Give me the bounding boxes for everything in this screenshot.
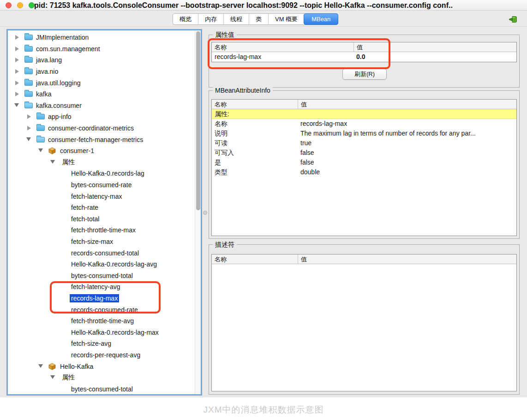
tree-item[interactable]: 属性 [7,157,195,168]
tree-item[interactable]: java.nio [7,66,195,77]
tree-item[interactable]: fetch-total [7,213,195,225]
tree-item[interactable]: fetch-rate [7,202,195,213]
tree-item-label[interactable]: bytes-consumed-rate [70,181,133,189]
tree-item-label[interactable]: fetch-throttle-time-avg [70,317,135,325]
tree-item[interactable]: bytes-consumed-total [7,383,195,395]
chevron-down-icon[interactable] [14,101,24,110]
tree-item[interactable]: consumer-1 [7,145,195,157]
chevron-right-icon[interactable] [14,79,24,87]
tree-item-label[interactable]: records-lag-max [70,294,119,302]
tree-item-label[interactable]: kafka.consumer [35,101,83,110]
column-header-value[interactable]: 值 [298,254,516,264]
chevron-right-icon[interactable] [14,33,24,41]
tree-item-label[interactable]: consumer-fetch-manager-metrics [47,136,144,144]
column-header-name[interactable]: 名称 [212,100,298,109]
tree-item[interactable]: records-per-request-avg [7,349,195,361]
tree-item-label[interactable]: consumer-coordinator-metrics [47,124,135,132]
close-window-button[interactable] [6,2,12,8]
tree-item-label[interactable]: fetch-throttle-time-max [70,226,137,234]
tree-item-label[interactable]: records-per-request-avg [70,351,142,359]
tree-item[interactable]: fetch-latency-avg [7,281,195,293]
tree-item-label[interactable]: Hello-Kafka [59,362,95,371]
tree-item[interactable]: records-consumed-rate [7,304,195,315]
tree-item-label[interactable]: fetch-rate [70,203,100,212]
chevron-right-icon[interactable] [26,124,36,132]
tree-item[interactable]: 属性 [7,372,195,384]
column-header-value[interactable]: 值 [298,100,516,109]
tree-item-label[interactable]: com.sun.management [35,45,102,53]
tree-item[interactable]: fetch-throttle-time-avg [7,315,195,327]
tree-item-label[interactable]: bytes-consumed-total [70,272,134,280]
table-row[interactable]: 是false [212,158,516,167]
table-row[interactable]: 说明The maximum lag in terms of number of … [212,129,516,138]
tree-item-label[interactable]: fetch-size-max [70,237,114,246]
tree-item-label[interactable]: consumer-1 [59,147,96,155]
tree-item-label[interactable]: app-info [47,112,73,121]
chevron-down-icon[interactable] [50,158,60,166]
column-header-name[interactable]: 名称 [212,42,353,52]
chevron-down-icon[interactable] [26,136,36,144]
chevron-right-icon[interactable] [14,67,24,76]
tree-item-label[interactable]: fetch-latency-max [70,192,123,201]
tree-item-label[interactable]: fetch-size-avg [70,339,113,348]
tree-item-label[interactable]: kafka [35,90,53,98]
tree-item[interactable]: kafka [7,89,195,100]
tree-item-label[interactable]: java.nio [35,67,60,76]
tree-item-label[interactable]: records-consumed-total [70,249,140,257]
tree-item-label[interactable]: 属性 [60,373,76,382]
column-header-name[interactable]: 名称 [212,254,298,264]
chevron-down-icon[interactable] [38,147,48,155]
tree-item-label[interactable]: java.lang [35,56,63,64]
tree-item-label[interactable]: Hello-Kafka-0.records-lag [70,169,146,177]
tree-item[interactable]: app-info [7,111,195,123]
tab-mbean[interactable]: MBean [304,13,338,25]
tab-memory[interactable]: 内存 [198,14,223,24]
column-header-value[interactable]: 值 [353,42,516,52]
tree-item[interactable]: JMImplementation [7,32,195,43]
tree-item[interactable]: consumer-coordinator-metrics [7,123,195,134]
tree-item-label[interactable]: fetch-latency-avg [70,283,122,291]
tree-item[interactable]: Hello-Kafka-0.records-lag-max [7,326,195,338]
tree-scrollbar[interactable] [195,30,201,394]
chevron-right-icon[interactable] [14,45,24,53]
tree-item[interactable]: java.util.logging [7,77,195,89]
tree-item-label[interactable]: records-consumed-rate [70,306,139,314]
split-divider-handle[interactable] [203,211,207,215]
tree-item[interactable]: bytes-consumed-rate [7,179,195,191]
table-row[interactable]: records-lag-max0.0 [212,52,516,62]
tab-classes[interactable]: 类 [249,14,268,24]
chevron-right-icon[interactable] [14,90,24,98]
tree-item[interactable]: Hello-Kafka [7,361,195,372]
tree-scrollbar-thumb[interactable] [196,31,200,210]
chevron-down-icon[interactable] [50,373,60,382]
tree-item-label[interactable]: Hello-Kafka-0.records-lag-avg [70,260,158,268]
tree-item[interactable]: consumer-fetch-manager-metrics [7,134,195,145]
tree-item-label[interactable]: Hello-Kafka-0.records-lag-max [70,328,160,337]
tab-vm-summary[interactable]: VM 概要 [268,14,304,24]
table-row[interactable]: 属性: [212,109,516,119]
tree-item-label[interactable]: java.util.logging [35,79,82,87]
tree-item[interactable]: records-lag-max [7,293,195,304]
tree-item[interactable]: fetch-size-avg [7,338,195,349]
tree-item[interactable]: fetch-latency-max [7,190,195,202]
table-row[interactable]: 可写入false [212,148,516,158]
tree-item[interactable]: bytes-consumed-total [7,270,195,281]
tab-threads[interactable]: 线程 [223,14,249,24]
tree-item[interactable]: java.lang [7,54,195,66]
tree-item-label[interactable]: 属性 [60,158,76,167]
tree-item[interactable]: kafka.consumer [7,100,195,112]
chevron-right-icon[interactable] [26,112,36,121]
chevron-right-icon[interactable] [14,56,24,64]
tree-item[interactable]: Hello-Kafka-0.records-lag [7,168,195,179]
table-row[interactable]: 名称records-lag-max [212,119,516,129]
minimize-window-button[interactable] [17,2,23,8]
tree-item[interactable]: fetch-throttle-time-max [7,225,195,236]
tree-item[interactable]: records-consumed-total [7,247,195,259]
table-row[interactable]: 类型double [212,167,516,177]
chevron-down-icon[interactable] [38,362,48,371]
tree-item[interactable]: com.sun.management [7,43,195,55]
table-row[interactable]: 可读true [212,138,516,148]
tree-item-label[interactable]: JMImplementation [35,33,90,41]
tree-item[interactable]: Hello-Kafka-0.records-lag-avg [7,259,195,270]
tree-item-label[interactable]: bytes-consumed-total [70,385,134,393]
